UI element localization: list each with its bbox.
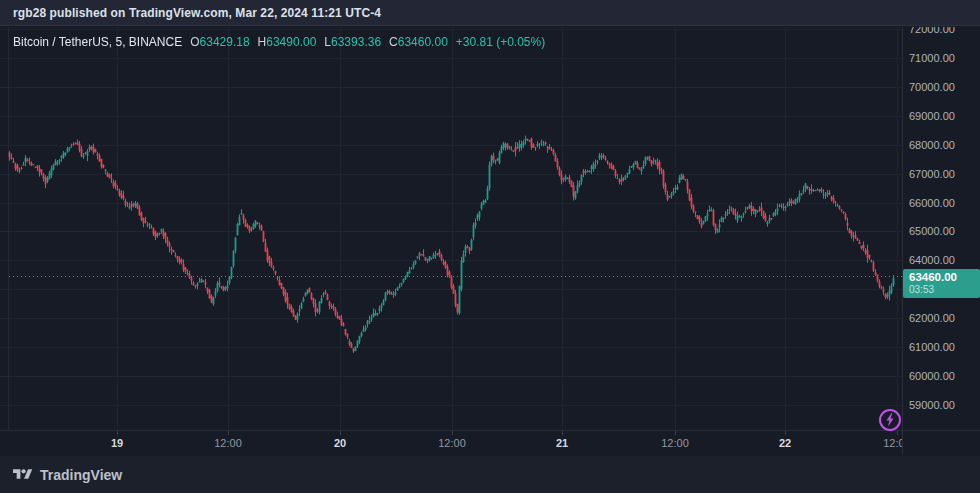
time-axis-tick bbox=[675, 431, 676, 435]
last-price-value: 63460.00 bbox=[909, 271, 980, 284]
price-change: +30.81 (+0.05%) bbox=[456, 35, 545, 49]
candlestick-chart[interactable] bbox=[0, 27, 902, 430]
ohlc-close: C63460.00 bbox=[389, 35, 448, 49]
price-axis-label: 66000.00 bbox=[909, 196, 955, 210]
price-axis-label: 65000.00 bbox=[909, 224, 955, 238]
price-axis-label: 64000.00 bbox=[909, 253, 955, 267]
flash-boost-icon[interactable] bbox=[878, 408, 902, 432]
ohlc-low: L63393.36 bbox=[324, 35, 381, 49]
time-axis-label: 12:00 bbox=[214, 437, 242, 449]
price-axis-label: 70000.00 bbox=[909, 80, 955, 94]
symbol-legend: Bitcoin / TetherUS, 5, BINANCE O63429.18… bbox=[13, 35, 545, 49]
time-axis-label: 12:00 bbox=[883, 437, 902, 449]
tradingview-logo[interactable] bbox=[13, 467, 32, 482]
time-axis-tick bbox=[452, 431, 453, 435]
time-axis-label: 21 bbox=[556, 437, 568, 449]
price-axis-label: 72000.00 bbox=[909, 27, 955, 36]
time-axis-label: 20 bbox=[334, 437, 346, 449]
time-axis-label: 12:00 bbox=[661, 437, 689, 449]
price-axis-label: 59000.00 bbox=[909, 398, 955, 412]
symbol-title[interactable]: Bitcoin / TetherUS, 5, BINANCE bbox=[13, 35, 182, 49]
time-axis-tick bbox=[785, 431, 786, 435]
bar-countdown: 03:53 bbox=[909, 284, 980, 295]
price-axis-label: 61000.00 bbox=[909, 340, 955, 354]
time-axis-tick bbox=[340, 431, 341, 435]
tradingview-published-chart: rgb28 published on TradingView.com, Mar … bbox=[0, 0, 980, 493]
price-axis-label: 60000.00 bbox=[909, 369, 955, 383]
ohlc-open: O63429.18 bbox=[190, 35, 249, 49]
brand-name: TradingView bbox=[40, 467, 122, 483]
ohlc-high: H63490.00 bbox=[258, 35, 317, 49]
time-axis-label: 22 bbox=[779, 437, 791, 449]
time-axis-label: 19 bbox=[111, 437, 123, 449]
time-axis-label: 12:00 bbox=[438, 437, 466, 449]
price-axis-label: 68000.00 bbox=[909, 138, 955, 152]
price-axis-label: 62000.00 bbox=[909, 311, 955, 325]
time-axis-tick bbox=[117, 431, 118, 435]
price-axis-label: 69000.00 bbox=[909, 109, 955, 123]
price-scale[interactable]: 63460.00 03:53 72000.0071000.0070000.006… bbox=[903, 27, 980, 430]
footer-bar: TradingView bbox=[0, 456, 980, 493]
time-scale[interactable]: 1912:002012:002112:002212:00 bbox=[0, 431, 902, 455]
publish-byline: rgb28 published on TradingView.com, Mar … bbox=[13, 6, 381, 20]
price-axis-label: 67000.00 bbox=[909, 167, 955, 181]
publish-bar: rgb28 published on TradingView.com, Mar … bbox=[0, 0, 980, 26]
price-axis-border bbox=[902, 27, 903, 455]
time-axis-tick bbox=[562, 431, 563, 435]
price-axis-label: 71000.00 bbox=[909, 51, 955, 65]
last-price-label: 63460.00 03:53 bbox=[903, 269, 980, 298]
time-axis-tick bbox=[228, 431, 229, 435]
